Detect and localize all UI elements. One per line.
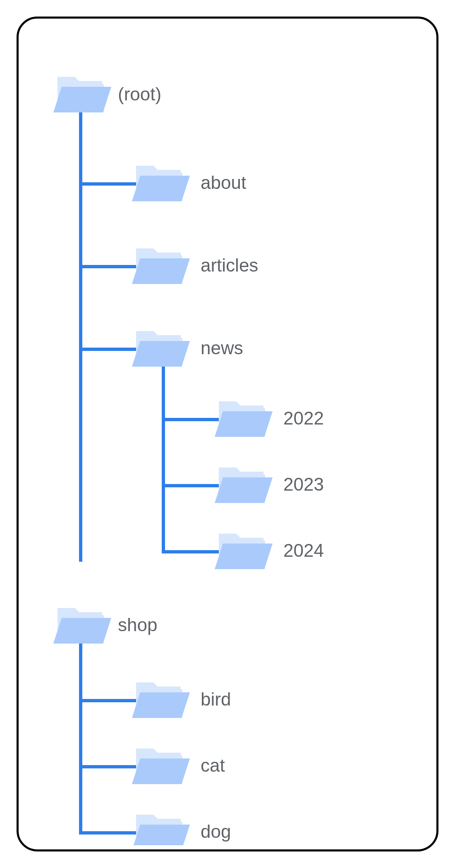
folder-label-shop: shop xyxy=(118,615,157,635)
folder-icon xyxy=(215,401,273,437)
folder-icon xyxy=(53,608,111,644)
folder-label-bird: bird xyxy=(201,689,231,710)
folder-icon xyxy=(132,248,190,284)
folder-icon xyxy=(215,534,273,569)
folder-icon xyxy=(215,467,273,503)
tree-connectors-svg xyxy=(19,19,432,845)
folder-icon xyxy=(132,682,190,718)
folder-icon xyxy=(132,749,190,784)
folder-label-articles: articles xyxy=(201,255,258,276)
folder-label-2024: 2024 xyxy=(283,540,324,561)
folder-label-2023: 2023 xyxy=(283,474,324,495)
folder-icon xyxy=(132,815,190,845)
folder-label-root: (root) xyxy=(118,84,161,105)
folder-icon xyxy=(132,331,190,367)
folder-label-about: about xyxy=(201,172,246,193)
diagram-frame: (root) about articles news 2022 2023 202… xyxy=(17,17,438,851)
folder-icon xyxy=(132,166,190,201)
folder-icon xyxy=(53,77,111,112)
folder-label-dog: dog xyxy=(201,821,231,842)
folder-label-2022: 2022 xyxy=(283,408,324,429)
folder-label-cat: cat xyxy=(201,755,225,776)
folder-label-news: news xyxy=(201,338,243,358)
